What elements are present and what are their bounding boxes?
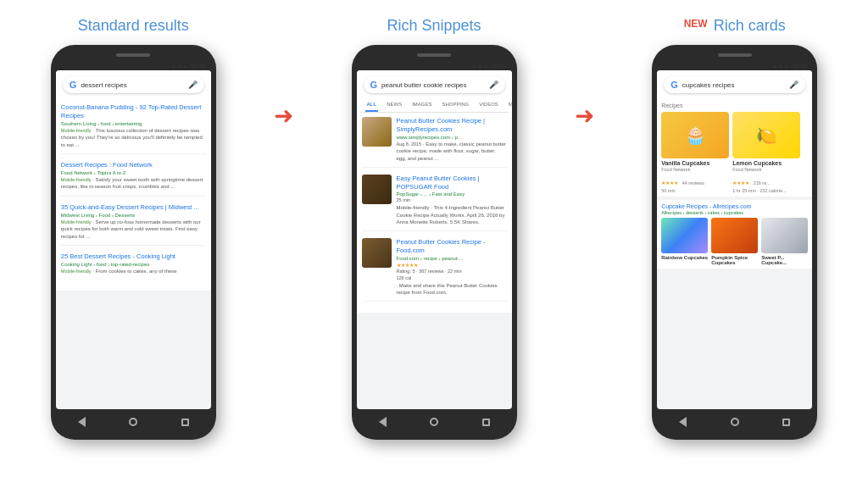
reviews-vanilla: 44 reviews — [682, 180, 704, 186]
status-bar-standard: ▲▲▲ 06:00 — [56, 61, 211, 70]
result-item-3: 35 Quick-and-Easy Dessert Recipes | Midw… — [61, 203, 206, 246]
snippet-rating-text-3: Rating: 5 · 367 reviews · 22 min — [397, 269, 507, 275]
snippet-title-1[interactable]: Peanut Butter Cookies Recipe | SimplyRec… — [397, 117, 507, 134]
rich-cards-title: NEW Rich cards — [684, 17, 786, 35]
back-button-standard[interactable] — [75, 416, 87, 428]
snippet-item-3: Peanut Butter Cookies Recipe - Food.com … — [362, 238, 507, 302]
allrecipes-cards-row: Rainbow Cupcakes Pumpkin Spice Cupcakes … — [661, 218, 808, 265]
snippet-info-3: Peanut Butter Cookies Recipe - Food.com … — [397, 238, 507, 296]
search-query-standard: dessert recipes — [81, 81, 183, 89]
phone-speaker-3 — [718, 53, 752, 57]
arrow-icon-2: ➜ — [575, 102, 594, 130]
google-logo-2: G — [370, 80, 378, 90]
snippet-calories-3: 126 cal — [397, 275, 507, 282]
phone-cards: ▲▲▲ 06:00 G cupcakes recipes 🎤 Recipes — [652, 45, 817, 440]
search-bar-standard[interactable]: G dessert recipes 🎤 — [63, 76, 204, 93]
snippet-url-1: www.simplyrecipes.com › p... — [397, 135, 507, 140]
mobile-friendly-4: Mobile-friendly — [61, 269, 92, 274]
status-icons: ▲▲▲ — [170, 63, 188, 69]
top-cards-row: 🧁 Vanilla Cupcakes Food Network ★★★★ 44 … — [661, 112, 808, 193]
result-item-4: 25 Best Dessert Recipes - Cooking Light … — [61, 252, 206, 280]
standard-results-column: Standard results ▲▲▲ 06:00 G dessert rec… — [8, 17, 259, 440]
mic-icon-snippets[interactable]: 🎤 — [489, 80, 498, 89]
status-bar-snippets: ▲▲▲ 06:00 — [357, 61, 512, 70]
allrecipes-card-pumpkin[interactable]: Pumpkin Spice Cupcakes — [711, 218, 758, 265]
arrow-2: ➜ — [559, 17, 609, 130]
allrecipes-card-sweet[interactable]: Sweet P... Cupcake... — [761, 218, 808, 265]
snippet-item-1: Peanut Butter Cookies Recipe | SimplyRec… — [362, 117, 507, 168]
snippet-title-2[interactable]: Easy Peanut Butter Cookies | POPSUGAR Fo… — [397, 175, 507, 191]
back-button-cards[interactable] — [677, 416, 689, 428]
stars-vanilla: ★★★★ — [661, 180, 678, 186]
recents-button-standard[interactable] — [179, 416, 191, 428]
tab-all[interactable]: ALL — [365, 100, 379, 112]
phone-speaker-2 — [417, 53, 451, 57]
rich-cards-column: NEW Rich cards ▲▲▲ 06:00 G cupcakes reci… — [609, 17, 860, 440]
result-url-2: Food Network › Topics A to Z — [61, 170, 206, 175]
nav-bar-cards — [657, 409, 812, 430]
allrecipes-card-rainbow[interactable]: Rainbow Cupcakes — [661, 218, 708, 265]
home-button-cards[interactable] — [729, 416, 741, 428]
result-snippet-1: Mobile-friendly · This luscious collecti… — [61, 127, 206, 148]
card-rating-lemon: ★★★★ 216 re... — [732, 173, 800, 188]
tab-more[interactable]: M — [507, 100, 512, 112]
allrecipes-section: Cupcake Recipes - Allrecipes.com Allreci… — [657, 200, 812, 269]
allrecipes-url: Allrecipes › desserts › cakes › cupcakes — [661, 210, 808, 215]
snippet-text-3: ★★★★★ Rating: 5 · 367 reviews · 22 min 1… — [397, 262, 507, 297]
tabs-bar: ALL NEWS IMAGES SHOPPING VIDEOS M — [360, 97, 509, 113]
recents-button-snippets[interactable] — [480, 416, 492, 428]
mic-icon-standard[interactable]: 🎤 — [188, 80, 198, 89]
tab-news[interactable]: NEWS — [385, 100, 403, 112]
home-button-standard[interactable] — [127, 416, 139, 428]
card-vanilla[interactable]: 🧁 Vanilla Cupcakes Food Network ★★★★ 44 … — [661, 112, 729, 193]
snippet-text-2: 25 min Mobile-friendly · This 4-Ingredie… — [397, 197, 507, 225]
status-icons-2: ▲▲▲ — [471, 63, 489, 69]
results-list-standard: Coconut-Banana Pudding - 92 Top-Rated De… — [56, 99, 211, 291]
tab-shopping[interactable]: SHOPPING — [441, 100, 471, 112]
card-img-rainbow — [661, 218, 708, 253]
card-source-vanilla: Food Network — [661, 167, 729, 172]
screen-cards: G cupcakes recipes 🎤 Recipes 🧁 Vanilla C… — [657, 70, 812, 409]
top-cards-section: Recipes 🧁 Vanilla Cupcakes Food Network … — [657, 99, 812, 197]
result-title-4[interactable]: 25 Best Dessert Recipes - Cooking Light — [61, 252, 206, 261]
result-title-2[interactable]: Dessert Recipes : Food Network — [61, 161, 206, 169]
snippet-text-1: Aug 8, 2015 · Easy to make, classic pean… — [397, 141, 507, 162]
stars-lemon: ★★★★ — [732, 180, 749, 186]
result-url-3: Midwest Living › Food › Desserts — [61, 213, 206, 218]
rich-snippets-title: Rich Snippets — [387, 17, 481, 35]
allrecipes-title[interactable]: Cupcake Recipes - Allrecipes.com — [661, 203, 808, 209]
tab-images[interactable]: IMAGES — [410, 100, 433, 112]
card-lemon[interactable]: 🍋 Lemon Cupcakes Food Network ★★★★ 216 r… — [732, 112, 800, 193]
search-query-cards: cupcakes recipes — [682, 81, 785, 89]
result-title-1[interactable]: Coconut-Banana Pudding - 92 Top-Rated De… — [61, 103, 206, 120]
cards-section-label: Recipes — [661, 103, 808, 108]
card-title-vanilla: Vanilla Cupcakes — [661, 160, 729, 166]
snippet-img-2 — [362, 175, 392, 204]
tab-videos[interactable]: VIDEOS — [477, 100, 500, 112]
search-bar-snippets[interactable]: G peanut butter cookie recipes 🎤 — [364, 76, 505, 93]
card-label-pumpkin: Pumpkin Spice Cupcakes — [711, 255, 758, 265]
search-bar-cards[interactable]: G cupcakes recipes 🎤 — [664, 76, 805, 93]
new-badge: NEW — [684, 18, 708, 30]
arrow-1: ➜ — [259, 17, 309, 130]
back-button-snippets[interactable] — [376, 416, 388, 428]
recents-button-cards[interactable] — [781, 416, 793, 428]
mobile-friendly-1: Mobile-friendly — [61, 128, 92, 133]
card-img-vanilla: 🧁 — [661, 112, 729, 158]
snippet-item-2: Easy Peanut Butter Cookies | POPSUGAR Fo… — [362, 175, 507, 231]
snippet-img-3 — [362, 238, 392, 268]
snippet-url-3: Food.com › recipe › peanut-... — [397, 256, 507, 261]
home-button-snippets[interactable] — [428, 416, 440, 428]
result-title-3[interactable]: 35 Quick-and-Easy Dessert Recipes | Midw… — [61, 203, 206, 212]
status-bar-cards: ▲▲▲ 06:00 — [657, 61, 812, 70]
snippet-title-3[interactable]: Peanut Butter Cookies Recipe - Food.com — [397, 238, 507, 255]
mic-icon-cards[interactable]: 🎤 — [789, 80, 798, 89]
snippet-img-1 — [362, 117, 392, 147]
result-snippet-2: Mobile-friendly · Satisfy your sweet too… — [61, 176, 206, 191]
nav-bar-standard — [56, 409, 211, 430]
card-source-lemon: Food Network — [732, 167, 800, 172]
google-logo: G — [70, 80, 77, 90]
phone-speaker — [116, 53, 150, 57]
card-label-sweet: Sweet P... Cupcake... — [761, 255, 808, 265]
snippet-time-2: 25 min — [397, 197, 507, 204]
